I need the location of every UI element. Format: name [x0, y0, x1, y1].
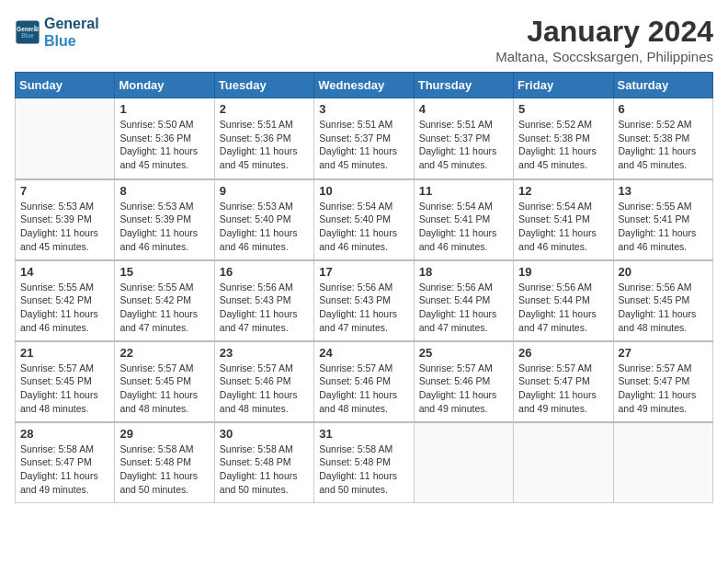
- day-cell: 23Sunrise: 5:57 AMSunset: 5:46 PMDayligh…: [214, 341, 313, 422]
- column-header-tuesday: Tuesday: [214, 73, 313, 98]
- day-number: 1: [119, 102, 209, 116]
- day-number: 13: [619, 184, 708, 198]
- day-cell: 15Sunrise: 5:55 AMSunset: 5:42 PMDayligh…: [115, 260, 214, 341]
- day-number: 22: [119, 346, 209, 360]
- day-cell: 29Sunrise: 5:58 AMSunset: 5:48 PMDayligh…: [115, 422, 214, 503]
- day-cell: 6Sunrise: 5:52 AMSunset: 5:38 PMDaylight…: [613, 98, 712, 179]
- day-number: 20: [619, 265, 708, 279]
- day-number: 23: [220, 346, 309, 360]
- day-info: Sunrise: 5:54 AMSunset: 5:41 PMDaylight:…: [419, 200, 508, 254]
- day-info: Sunrise: 5:54 AMSunset: 5:41 PMDaylight:…: [518, 200, 608, 254]
- column-header-wednesday: Wednesday: [314, 73, 414, 98]
- day-info: Sunrise: 5:56 AMSunset: 5:45 PMDaylight:…: [619, 281, 708, 335]
- day-info: Sunrise: 5:52 AMSunset: 5:38 PMDaylight:…: [619, 118, 708, 172]
- day-cell: 7Sunrise: 5:53 AMSunset: 5:39 PMDaylight…: [16, 179, 115, 260]
- title-area: January 2024 Maltana, Soccsksargen, Phil…: [495, 15, 713, 64]
- day-cell: 16Sunrise: 5:56 AMSunset: 5:43 PMDayligh…: [214, 260, 313, 341]
- day-cell: 1Sunrise: 5:50 AMSunset: 5:36 PMDaylight…: [115, 98, 214, 179]
- day-cell: 4Sunrise: 5:51 AMSunset: 5:37 PMDaylight…: [414, 98, 513, 179]
- column-header-thursday: Thursday: [414, 73, 513, 98]
- day-number: 24: [319, 346, 408, 360]
- day-info: Sunrise: 5:50 AMSunset: 5:36 PMDaylight:…: [119, 118, 209, 172]
- page-title: January 2024: [495, 15, 713, 49]
- day-info: Sunrise: 5:51 AMSunset: 5:37 PMDaylight:…: [319, 118, 408, 172]
- day-number: 16: [220, 265, 309, 279]
- day-info: Sunrise: 5:53 AMSunset: 5:40 PMDaylight:…: [220, 200, 309, 254]
- day-info: Sunrise: 5:57 AMSunset: 5:47 PMDaylight:…: [619, 362, 708, 416]
- day-info: Sunrise: 5:56 AMSunset: 5:44 PMDaylight:…: [419, 281, 508, 335]
- day-cell: 2Sunrise: 5:51 AMSunset: 5:36 PMDaylight…: [214, 98, 313, 179]
- week-row-2: 7Sunrise: 5:53 AMSunset: 5:39 PMDaylight…: [16, 179, 713, 260]
- day-cell: 3Sunrise: 5:51 AMSunset: 5:37 PMDaylight…: [314, 98, 414, 179]
- day-number: 31: [319, 427, 408, 441]
- day-number: 29: [119, 427, 209, 441]
- day-cell: 27Sunrise: 5:57 AMSunset: 5:47 PMDayligh…: [613, 341, 712, 422]
- day-number: 14: [20, 265, 109, 279]
- day-number: 3: [319, 102, 408, 116]
- day-number: 21: [20, 346, 109, 360]
- day-cell: 14Sunrise: 5:55 AMSunset: 5:42 PMDayligh…: [16, 260, 115, 341]
- day-info: Sunrise: 5:57 AMSunset: 5:47 PMDaylight:…: [518, 362, 608, 416]
- day-info: Sunrise: 5:55 AMSunset: 5:42 PMDaylight:…: [119, 281, 209, 335]
- day-cell: 8Sunrise: 5:53 AMSunset: 5:39 PMDaylight…: [115, 179, 214, 260]
- day-number: 19: [518, 265, 608, 279]
- day-cell: 21Sunrise: 5:57 AMSunset: 5:45 PMDayligh…: [16, 341, 115, 422]
- day-number: 25: [419, 346, 508, 360]
- day-info: Sunrise: 5:56 AMSunset: 5:43 PMDaylight:…: [319, 281, 408, 335]
- week-row-3: 14Sunrise: 5:55 AMSunset: 5:42 PMDayligh…: [16, 260, 713, 341]
- logo-text: General Blue: [44, 15, 99, 50]
- day-info: Sunrise: 5:55 AMSunset: 5:41 PMDaylight:…: [619, 200, 708, 254]
- day-cell: [414, 422, 513, 503]
- day-cell: 20Sunrise: 5:56 AMSunset: 5:45 PMDayligh…: [613, 260, 712, 341]
- day-cell: 18Sunrise: 5:56 AMSunset: 5:44 PMDayligh…: [414, 260, 513, 341]
- day-number: 9: [220, 184, 309, 198]
- day-cell: 22Sunrise: 5:57 AMSunset: 5:45 PMDayligh…: [115, 341, 214, 422]
- day-number: 17: [319, 265, 408, 279]
- day-info: Sunrise: 5:57 AMSunset: 5:45 PMDaylight:…: [20, 362, 109, 416]
- day-info: Sunrise: 5:57 AMSunset: 5:45 PMDaylight:…: [119, 362, 209, 416]
- svg-text:Blue: Blue: [21, 32, 34, 39]
- week-row-4: 21Sunrise: 5:57 AMSunset: 5:45 PMDayligh…: [16, 341, 713, 422]
- day-info: Sunrise: 5:51 AMSunset: 5:37 PMDaylight:…: [419, 118, 508, 172]
- day-cell: 26Sunrise: 5:57 AMSunset: 5:47 PMDayligh…: [514, 341, 613, 422]
- day-cell: 19Sunrise: 5:56 AMSunset: 5:44 PMDayligh…: [514, 260, 613, 341]
- day-number: 30: [220, 427, 309, 441]
- day-cell: [16, 98, 115, 179]
- header-row: SundayMondayTuesdayWednesdayThursdayFrid…: [16, 73, 713, 98]
- column-header-saturday: Saturday: [613, 73, 712, 98]
- day-info: Sunrise: 5:53 AMSunset: 5:39 PMDaylight:…: [20, 200, 109, 254]
- column-header-sunday: Sunday: [16, 73, 115, 98]
- day-info: Sunrise: 5:55 AMSunset: 5:42 PMDaylight:…: [20, 281, 109, 335]
- day-info: Sunrise: 5:58 AMSunset: 5:48 PMDaylight:…: [220, 442, 309, 497]
- day-number: 8: [119, 184, 209, 198]
- day-number: 5: [518, 102, 608, 116]
- day-cell: 10Sunrise: 5:54 AMSunset: 5:40 PMDayligh…: [314, 179, 414, 260]
- day-info: Sunrise: 5:53 AMSunset: 5:39 PMDaylight:…: [119, 200, 209, 254]
- day-cell: 13Sunrise: 5:55 AMSunset: 5:41 PMDayligh…: [613, 179, 712, 260]
- day-number: 12: [518, 184, 608, 198]
- day-info: Sunrise: 5:57 AMSunset: 5:46 PMDaylight:…: [220, 362, 309, 416]
- day-info: Sunrise: 5:58 AMSunset: 5:48 PMDaylight:…: [319, 442, 408, 497]
- day-cell: 9Sunrise: 5:53 AMSunset: 5:40 PMDaylight…: [214, 179, 313, 260]
- day-cell: [613, 422, 712, 503]
- day-cell: 17Sunrise: 5:56 AMSunset: 5:43 PMDayligh…: [314, 260, 414, 341]
- day-info: Sunrise: 5:58 AMSunset: 5:47 PMDaylight:…: [20, 442, 109, 497]
- day-number: 7: [20, 184, 109, 198]
- day-info: Sunrise: 5:51 AMSunset: 5:36 PMDaylight:…: [220, 118, 309, 172]
- day-number: 2: [220, 102, 309, 116]
- day-number: 11: [419, 184, 508, 198]
- day-info: Sunrise: 5:56 AMSunset: 5:43 PMDaylight:…: [220, 281, 309, 335]
- day-info: Sunrise: 5:54 AMSunset: 5:40 PMDaylight:…: [319, 200, 408, 254]
- day-cell: [514, 422, 613, 503]
- day-number: 28: [20, 427, 109, 441]
- day-number: 4: [419, 102, 508, 116]
- day-cell: 24Sunrise: 5:57 AMSunset: 5:46 PMDayligh…: [314, 341, 414, 422]
- day-number: 6: [619, 102, 708, 116]
- day-info: Sunrise: 5:52 AMSunset: 5:38 PMDaylight:…: [518, 118, 608, 172]
- day-cell: 5Sunrise: 5:52 AMSunset: 5:38 PMDaylight…: [514, 98, 613, 179]
- calendar-table: SundayMondayTuesdayWednesdayThursdayFrid…: [15, 72, 713, 503]
- day-info: Sunrise: 5:58 AMSunset: 5:48 PMDaylight:…: [119, 442, 209, 497]
- day-number: 27: [619, 346, 708, 360]
- day-cell: 12Sunrise: 5:54 AMSunset: 5:41 PMDayligh…: [514, 179, 613, 260]
- column-header-monday: Monday: [115, 73, 214, 98]
